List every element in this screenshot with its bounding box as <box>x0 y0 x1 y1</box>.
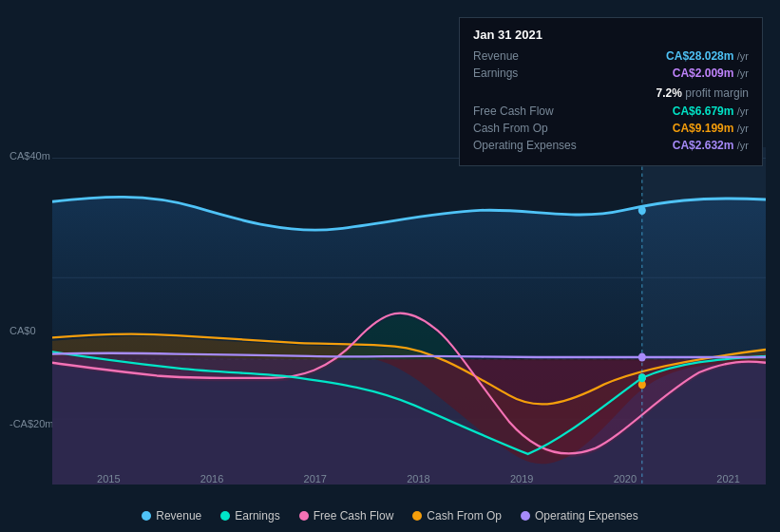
tooltip-row-cashop: Cash From Op CA$9.199m /yr <box>473 122 749 135</box>
tooltip-label-cashop: Cash From Op <box>473 122 548 135</box>
legend-dot-revenue <box>142 511 151 521</box>
x-label-2020: 2020 <box>614 473 637 484</box>
legend-label-revenue: Revenue <box>156 509 201 522</box>
svg-point-10 <box>638 352 646 361</box>
legend-opex[interactable]: Operating Expenses <box>521 509 638 522</box>
x-label-2017: 2017 <box>304 473 327 484</box>
tooltip-label-revenue: Revenue <box>473 49 519 63</box>
tooltip-value-earnings: CA$2.009m /yr <box>673 66 749 80</box>
legend-cashop[interactable]: Cash From Op <box>412 509 502 522</box>
x-label-2015: 2015 <box>97 473 120 484</box>
legend-fcf[interactable]: Free Cash Flow <box>299 509 394 522</box>
tooltip-value-opex: CA$2.632m /yr <box>673 139 749 152</box>
tooltip-label-opex: Operating Expenses <box>473 139 577 152</box>
x-axis-labels: 2015 2016 2017 2018 2019 2020 2021 <box>57 473 780 484</box>
tooltip-label-earnings: Earnings <box>473 66 518 80</box>
chart-area <box>52 147 766 484</box>
legend-label-earnings: Earnings <box>235 509 279 522</box>
legend-revenue[interactable]: Revenue <box>142 509 201 522</box>
profit-margin: 7.2% profit margin <box>656 86 749 100</box>
svg-point-6 <box>638 206 646 215</box>
tooltip-value-cashop: CA$9.199m /yr <box>673 122 749 135</box>
y-label-neg20m: -CA$20m <box>10 418 53 429</box>
legend-earnings[interactable]: Earnings <box>220 509 279 522</box>
tooltip-label-fcf: Free Cash Flow <box>473 104 554 118</box>
x-label-2019: 2019 <box>510 473 533 484</box>
x-label-2016: 2016 <box>200 473 223 484</box>
data-tooltip: Jan 31 2021 Revenue CA$28.028m /yr Earni… <box>459 17 763 166</box>
y-label-0: CA$0 <box>10 325 36 336</box>
tooltip-value-revenue: CA$28.028m /yr <box>666 49 749 63</box>
tooltip-value-fcf: CA$6.679m /yr <box>673 104 749 118</box>
chart-legend: Revenue Earnings Free Cash Flow Cash Fro… <box>0 509 780 522</box>
legend-label-fcf: Free Cash Flow <box>314 509 394 522</box>
tooltip-row-opex: Operating Expenses CA$2.632m /yr <box>473 139 749 152</box>
x-label-2018: 2018 <box>407 473 429 484</box>
legend-dot-fcf <box>299 511 309 521</box>
legend-dot-earnings <box>220 511 230 521</box>
legend-label-cashop: Cash From Op <box>427 509 502 522</box>
y-label-40m: CA$40m <box>10 150 50 162</box>
x-label-2021: 2021 <box>716 473 739 484</box>
tooltip-title: Jan 31 2021 <box>473 28 749 42</box>
legend-dot-opex <box>521 511 530 521</box>
tooltip-row-fcf: Free Cash Flow CA$6.679m /yr <box>473 104 749 118</box>
legend-label-opex: Operating Expenses <box>535 509 638 522</box>
svg-point-9 <box>638 373 646 382</box>
chart-svg <box>52 147 766 484</box>
tooltip-row-revenue: Revenue CA$28.028m /yr <box>473 49 749 63</box>
legend-dot-cashop <box>412 511 422 521</box>
tooltip-row-earnings: Earnings CA$2.009m /yr <box>473 66 749 80</box>
